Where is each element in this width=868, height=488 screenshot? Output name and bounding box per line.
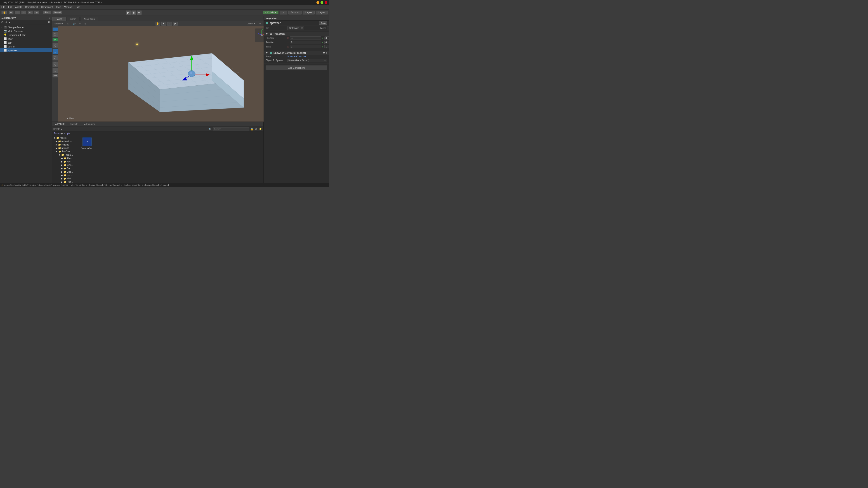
eye-icon[interactable]: 👁 xyxy=(255,128,257,131)
tree-class[interactable]: ▶ 📁 Clas... xyxy=(52,163,79,167)
tree-edit[interactable]: ▶ 📁 Edit... xyxy=(52,170,79,173)
pos-y-field[interactable] xyxy=(324,36,329,40)
step-button[interactable]: ⏭ xyxy=(137,10,142,15)
side-btn-x[interactable]: X ✎ xyxy=(53,55,58,61)
tool-rect[interactable]: ▭ xyxy=(28,11,33,14)
hierarchy-item-floor[interactable]: ⬜ floor xyxy=(0,37,52,41)
global-button[interactable]: Global xyxy=(53,11,62,14)
script-active-toggle[interactable] xyxy=(270,52,272,54)
tool-move[interactable]: ⊕ xyxy=(8,11,13,14)
object-name[interactable]: spawner xyxy=(270,22,318,25)
audio-toggle[interactable]: 🔊 xyxy=(72,22,76,25)
menu-help[interactable]: Help xyxy=(75,6,80,8)
tree-data[interactable]: ▶ 📁 Dat... xyxy=(52,167,79,170)
script-menu-icon[interactable]: ⚙ xyxy=(323,52,325,54)
maximize-button[interactable] xyxy=(320,1,323,4)
tab-animation[interactable]: ● Animation xyxy=(81,123,98,126)
tag-dropdown[interactable]: Untagged xyxy=(287,26,304,30)
layers-button[interactable]: Layers xyxy=(303,11,315,14)
file-spawnercontroller[interactable]: C# SpawnerCo... xyxy=(81,137,93,149)
minimize-button[interactable] xyxy=(316,1,319,4)
spawner-controller-header[interactable]: ▼ Spawner Controller (Script) ⚙ ? xyxy=(264,51,329,55)
rot-x-field[interactable] xyxy=(290,41,321,44)
hierarchy-item-pusher[interactable]: ⬜ pusher xyxy=(0,44,52,48)
hierarchy-item-coin[interactable]: ⬜ coin xyxy=(0,41,52,44)
side-btn-on[interactable]: ON xyxy=(53,38,58,41)
scene-move-tool[interactable]: ✱ xyxy=(161,22,166,26)
script-reference[interactable]: SpawnerController xyxy=(287,55,306,58)
star-icon[interactable]: ⭐ xyxy=(259,128,262,131)
hierarchy-item-maincamera[interactable]: 📷 Main Camera xyxy=(0,29,52,33)
menu-gameobject[interactable]: GameObject xyxy=(25,6,38,8)
cloud-button[interactable]: ☁ xyxy=(280,11,287,14)
close-button[interactable] xyxy=(324,1,327,4)
play-button[interactable]: ▶ xyxy=(126,10,131,15)
transform-header[interactable]: ▼ ⊞ Transform xyxy=(264,32,329,36)
assets-crumb[interactable]: Assets xyxy=(54,132,61,135)
tool-scale[interactable]: ⤢ xyxy=(21,11,26,14)
rot-y-field[interactable] xyxy=(324,41,329,44)
scale-x-field[interactable] xyxy=(290,45,321,48)
collab-button[interactable]: ✓ Collab ▼ xyxy=(263,11,278,14)
scene-viewport[interactable]: ✦ xyxy=(58,26,264,122)
menu-window[interactable]: Window xyxy=(64,6,72,8)
gizmos-button[interactable]: Gizmos ▾ xyxy=(246,22,256,25)
layout-button[interactable]: Layout xyxy=(316,11,328,14)
tree-procore[interactable]: ▼ 📁 ProCore xyxy=(52,150,79,153)
tree-api[interactable]: ▶ 📁 API xyxy=(52,160,79,163)
tree-about[interactable]: ▶ 📁 Abou... xyxy=(52,157,79,160)
pos-x-field[interactable] xyxy=(290,36,321,40)
tool-transform[interactable]: ⊞ xyxy=(34,11,39,14)
tree-assets[interactable]: ▼ 📁 Assets xyxy=(52,136,79,140)
tree-prefabs[interactable]: ▶ 📁 prefabs xyxy=(52,147,79,150)
tab-scene[interactable]: Scene xyxy=(53,17,66,21)
scene-scale-tool[interactable]: ▶ xyxy=(173,22,178,26)
static-button[interactable]: Static xyxy=(319,22,327,25)
shading-dropdown[interactable]: Shaded ▾ xyxy=(53,22,64,25)
scale-y-field[interactable] xyxy=(324,45,329,48)
tool-hand[interactable]: ✋ xyxy=(1,11,7,14)
resolution-btn[interactable]: ⊞ xyxy=(84,22,88,25)
pause-button[interactable]: ⏸ xyxy=(131,10,136,15)
side-btn-z[interactable]: Z ✎ xyxy=(53,68,58,73)
hierarchy-all[interactable]: All xyxy=(48,21,51,24)
scene-rotate-tool[interactable]: ↻ xyxy=(167,22,172,26)
tree-probuilder[interactable]: ▼ 📁 ProBu... xyxy=(52,153,79,157)
side-btn-eye[interactable]: 👁 ✎ xyxy=(53,32,58,37)
hierarchy-item-spawner[interactable]: ⬜ spawner xyxy=(0,48,52,52)
tree-animations[interactable]: ▶ 📁 animations xyxy=(52,140,79,143)
side-btn-3d[interactable]: 3D▾ xyxy=(53,74,58,77)
project-search-input[interactable] xyxy=(213,127,249,131)
persp-label[interactable]: ◄ Persp xyxy=(66,117,75,120)
account-button[interactable]: Account xyxy=(288,11,302,14)
script-help-icon[interactable]: ? xyxy=(326,52,328,54)
2d-toggle[interactable]: 2D xyxy=(66,22,71,25)
menu-assets[interactable]: Assets xyxy=(15,6,22,8)
add-component-button[interactable]: Add Component xyxy=(266,66,327,70)
scripts-crumb[interactable]: scripts xyxy=(64,132,70,135)
menu-file[interactable]: File xyxy=(1,6,5,8)
tab-assetstore[interactable]: Asset Store xyxy=(81,17,99,21)
object-to-spawn-field[interactable]: None (Game Object) ⊙ xyxy=(287,59,327,62)
side-btn-1b[interactable]: 1 ✎ xyxy=(53,49,58,54)
lock-icon[interactable]: 🔒 xyxy=(250,128,254,131)
tab-project[interactable]: ☰ Project xyxy=(52,122,67,126)
fx-toggle[interactable]: ✦ xyxy=(78,22,82,25)
scene-hand-tool[interactable]: ✋ xyxy=(156,22,160,26)
hierarchy-create[interactable]: Create ▾ xyxy=(1,21,10,24)
object-active-toggle[interactable] xyxy=(266,22,268,24)
menu-edit[interactable]: Edit xyxy=(8,6,12,8)
side-btn-y[interactable]: Y ✎ xyxy=(53,61,58,67)
tool-rotate[interactable]: ↻ xyxy=(15,11,20,14)
tab-game[interactable]: Game xyxy=(66,17,79,21)
object-picker-icon[interactable]: ⊙ xyxy=(324,59,326,62)
side-btn-1[interactable]: 1 xyxy=(53,27,58,31)
menu-component[interactable]: Component xyxy=(41,6,53,8)
tree-icons[interactable]: ▶ 📁 Icon... xyxy=(52,173,79,177)
create-btn[interactable]: Create ▾ xyxy=(53,128,62,130)
side-btn-arrow[interactable]: → ✎ xyxy=(53,42,58,48)
hierarchy-close[interactable]: ▼ xyxy=(49,17,51,19)
menu-tools[interactable]: Tools xyxy=(56,6,61,8)
pivot-button[interactable]: Pivot xyxy=(43,11,51,14)
hierarchy-item-directionallight[interactable]: 💡 Directional Light xyxy=(0,33,52,37)
